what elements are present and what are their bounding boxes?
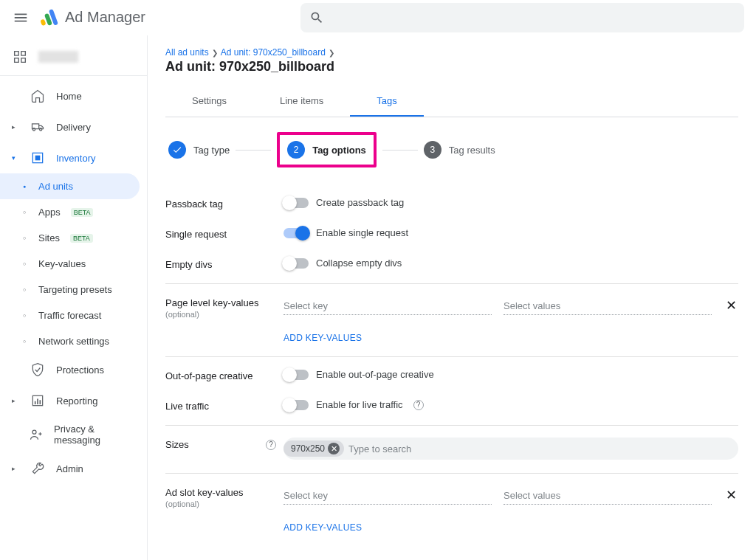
add-key-values-button[interactable]: ADD KEY-VALUES — [284, 333, 738, 343]
row-empty-divs: Empty divs Collapse empty divs — [165, 249, 738, 284]
toggle-live-traffic[interactable] — [284, 400, 309, 410]
row-page-kv: Page level key-values (optional) ✕ ADD K… — [165, 287, 738, 357]
toggle-out-of-page[interactable] — [284, 370, 309, 380]
bullet-icon: ● — [21, 183, 28, 190]
sidebar-item-privacy[interactable]: Privacy & messaging — [0, 416, 147, 453]
chevron-right-icon: ▸ — [12, 123, 19, 131]
chevron-right-icon: ❯ — [329, 49, 334, 57]
sidebar-item-home[interactable]: Home — [0, 80, 147, 111]
chevron-right-icon: ▸ — [12, 397, 19, 404]
help-icon[interactable]: ? — [413, 400, 424, 410]
help-icon[interactable]: ? — [266, 440, 276, 450]
svg-point-6 — [32, 430, 36, 434]
chip-remove-icon[interactable]: ✕ — [328, 443, 340, 454]
sidebar-label: Reporting — [56, 395, 97, 407]
bullet-icon: ○ — [21, 209, 28, 216]
sidebar-label: Protections — [56, 364, 104, 376]
search-icon — [309, 10, 324, 25]
sidebar-item-admin[interactable]: ▸ Admin — [0, 453, 147, 484]
step-tag-options[interactable]: 2 Tag options — [287, 141, 366, 159]
chevron-right-icon: ▸ — [12, 465, 19, 472]
sidebar-subitem-key-values[interactable]: ○ Key-values — [0, 251, 147, 277]
select-key-input[interactable] — [284, 296, 492, 315]
tabs: Settings Line items Tags — [165, 86, 738, 117]
sidebar-subitem-network-settings[interactable]: ○ Network settings — [0, 328, 147, 354]
home-icon — [30, 88, 46, 104]
search-input[interactable] — [300, 3, 744, 32]
row-label: Single request — [165, 227, 284, 240]
stepper: Tag type 2 Tag options 3 Tag results — [165, 132, 738, 167]
sizes-input[interactable]: 970x250 ✕ Type to search — [284, 438, 738, 460]
breadcrumb-all[interactable]: All ad units — [165, 47, 209, 58]
sidebar-item-inventory[interactable]: ▾ Inventory — [0, 142, 147, 173]
toggle-single-request[interactable] — [284, 228, 309, 238]
bullet-icon: ○ — [21, 312, 28, 319]
sidebar-item-reporting[interactable]: ▸ Reporting — [0, 385, 147, 416]
step-label: Tag type — [193, 145, 230, 156]
beta-badge: BETA — [70, 234, 93, 243]
select-values-input[interactable] — [504, 485, 712, 505]
step-number: 2 — [287, 141, 305, 159]
sidebar-label: Inventory — [56, 153, 95, 164]
step-number: 3 — [424, 141, 441, 159]
tab-line-items[interactable]: Line items — [253, 86, 350, 117]
row-label: Page level key-values (optional) — [165, 296, 284, 319]
tab-settings[interactable]: Settings — [165, 86, 253, 117]
row-label-text: Page level key-values — [165, 297, 258, 308]
sidebar-subitem-apps[interactable]: ○ Apps BETA — [0, 199, 147, 225]
truck-icon — [30, 119, 46, 135]
optional-text: (optional) — [165, 499, 284, 508]
app-logo[interactable]: Ad Manager — [38, 7, 145, 28]
toggle-label: Enable single request — [316, 227, 408, 238]
beta-badge: BETA — [71, 208, 94, 217]
sidebar-label: Admin — [56, 463, 83, 474]
sidebar-subitem-sites[interactable]: ○ Sites BETA — [0, 225, 147, 251]
toggle-label: Enable out-of-page creative — [316, 369, 434, 380]
shield-icon — [30, 362, 46, 378]
hamburger-menu-icon[interactable] — [12, 9, 30, 27]
chip-text: 970x250 — [291, 443, 325, 454]
close-icon[interactable]: ✕ — [724, 488, 738, 502]
row-single-request: Single request Enable single request — [165, 218, 738, 249]
chip-placeholder: Type to search — [348, 443, 419, 454]
main-content: All ad units ❯ Ad unit: 970x250_billboar… — [148, 35, 756, 560]
toggle-passback[interactable] — [284, 198, 309, 208]
network-selector[interactable] — [0, 41, 147, 76]
sidebar-label: Privacy & messaging — [54, 424, 135, 446]
row-out-of-page: Out-of-page creative Enable out-of-page … — [165, 360, 738, 390]
step-tag-type[interactable]: Tag type — [168, 141, 230, 159]
step-check-icon — [168, 141, 186, 159]
breadcrumb: All ad units ❯ Ad unit: 970x250_billboar… — [165, 47, 738, 58]
step-connector — [236, 150, 271, 151]
row-label: Empty divs — [165, 257, 284, 270]
toggle-empty-divs[interactable] — [284, 258, 309, 269]
toggle-label: Collapse empty divs — [316, 257, 402, 269]
row-label: Ad slot key-values (optional) — [165, 485, 284, 508]
network-name-redacted — [38, 51, 78, 63]
sidebar-item-protections[interactable]: Protections — [0, 354, 147, 385]
sidebar-label: Ad units — [38, 181, 73, 192]
sidebar-item-delivery[interactable]: ▸ Delivery — [0, 111, 147, 142]
sidebar-subitem-targeting-presets[interactable]: ○ Targeting presets — [0, 277, 147, 303]
bullet-icon: ○ — [21, 235, 28, 242]
highlight-annotation: 2 Tag options — [277, 132, 377, 167]
step-tag-results[interactable]: 3 Tag results — [424, 141, 495, 159]
toggle-label: Create passback tag — [316, 197, 404, 208]
select-key-input[interactable] — [284, 485, 492, 505]
tab-tags[interactable]: Tags — [350, 86, 423, 117]
sidebar-label: Key-values — [38, 258, 86, 269]
breadcrumb-unit[interactable]: Ad unit: 970x250_billboard — [221, 47, 326, 58]
sidebar-subitem-traffic-forecast[interactable]: ○ Traffic forecast — [0, 303, 147, 328]
svg-rect-4 — [35, 156, 41, 161]
close-icon[interactable]: ✕ — [724, 298, 738, 313]
select-values-input[interactable] — [504, 296, 712, 315]
row-live-traffic: Live traffic Enable for live traffic ? — [165, 390, 738, 426]
bullet-icon: ○ — [21, 260, 28, 268]
row-sizes: Sizes ? 970x250 ✕ Type to search — [165, 429, 738, 474]
row-slot-kv: Ad slot key-values (optional) ✕ ADD KEY-… — [165, 477, 738, 542]
row-label: Live traffic — [165, 399, 284, 412]
app-name: Ad Manager — [65, 9, 145, 26]
add-key-values-button[interactable]: ADD KEY-VALUES — [284, 522, 738, 533]
sidebar-subitem-ad-units[interactable]: ● Ad units — [0, 173, 140, 199]
sidebar: Home ▸ Delivery ▾ Inventory ● Ad units ○… — [0, 35, 148, 560]
